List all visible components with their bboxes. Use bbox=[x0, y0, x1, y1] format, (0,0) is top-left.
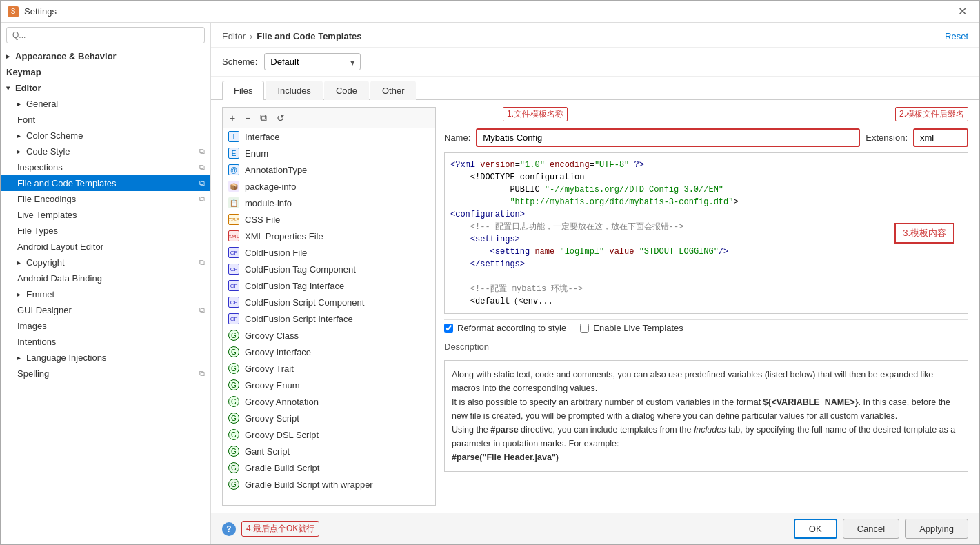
list-item[interactable]: G Gradle Build Script with wrapper bbox=[223, 476, 435, 493]
list-item[interactable]: G Groovy Script bbox=[223, 410, 435, 426]
sidebar-item-inspections[interactable]: Inspections ⧉ bbox=[1, 159, 210, 175]
list-item[interactable]: I Interface bbox=[223, 128, 435, 145]
tab-files[interactable]: Files bbox=[222, 81, 264, 100]
sidebar-item-code-style[interactable]: Code Style ⧉ bbox=[1, 143, 210, 159]
sidebar-item-file-encodings[interactable]: File Encodings ⧉ bbox=[1, 191, 210, 207]
list-item[interactable]: G Groovy Class bbox=[223, 327, 435, 344]
file-type-icon: CSS bbox=[228, 214, 239, 225]
sidebar-item-label: File and Code Templates bbox=[17, 178, 117, 188]
list-item[interactable]: G Groovy Trait bbox=[223, 360, 435, 377]
file-item-label: AnnotationType bbox=[245, 165, 307, 175]
sidebar-item-emmet[interactable]: Emmet bbox=[1, 286, 210, 302]
file-type-icon: CF bbox=[228, 297, 239, 308]
file-item-label: XML Properties File bbox=[245, 231, 323, 241]
live-templates-checkbox[interactable] bbox=[580, 324, 589, 333]
list-item[interactable]: CF ColdFusion File bbox=[223, 244, 435, 261]
list-item[interactable]: G Groovy Annotation bbox=[223, 393, 435, 410]
list-item[interactable]: CF ColdFusion Script Interface bbox=[223, 310, 435, 327]
apply-button[interactable]: Applying bbox=[905, 519, 968, 539]
reset-template-button[interactable]: ↺ bbox=[274, 111, 288, 125]
search-input[interactable] bbox=[6, 27, 205, 43]
settings-window: S Settings ✕ Appearance & Behavior Keyma… bbox=[0, 0, 980, 545]
list-item[interactable]: CF ColdFusion Tag Component bbox=[223, 261, 435, 277]
list-item[interactable]: CSS CSS File bbox=[223, 211, 435, 228]
list-item[interactable]: 📦 package-info bbox=[223, 178, 435, 195]
reformat-checkbox-label[interactable]: Reformat according to style bbox=[444, 323, 566, 333]
sidebar-item-label: File Encodings bbox=[17, 194, 76, 204]
file-list: I Interface E Enum @ AnnotationType 📦 bbox=[223, 128, 435, 505]
scheme-label: Scheme: bbox=[222, 57, 257, 67]
template-extension-input[interactable] bbox=[913, 128, 968, 147]
window-title: Settings bbox=[24, 6, 947, 17]
list-item[interactable]: G Groovy Enum bbox=[223, 377, 435, 393]
scheme-row: Scheme: Default Project bbox=[211, 48, 979, 77]
desc-text-2: It is also possible to specify an arbitr… bbox=[452, 397, 763, 407]
reset-button[interactable]: Reset bbox=[945, 31, 968, 41]
file-type-icon: G bbox=[228, 429, 239, 440]
sidebar-item-images[interactable]: Images bbox=[1, 318, 210, 334]
cancel-button[interactable]: Cancel bbox=[843, 519, 899, 539]
code-editor[interactable]: <?xml version="1.0" encoding="UTF-8" ?> … bbox=[444, 152, 968, 314]
sidebar-item-android-data-binding[interactable]: Android Data Binding bbox=[1, 270, 210, 286]
tab-other[interactable]: Other bbox=[370, 81, 417, 100]
live-templates-checkbox-label[interactable]: Enable Live Templates bbox=[580, 323, 683, 333]
sidebar-item-label: File Types bbox=[17, 226, 58, 236]
sidebar-item-appearance[interactable]: Appearance & Behavior bbox=[1, 48, 210, 64]
list-item[interactable]: XML XML Properties File bbox=[223, 228, 435, 244]
sidebar-item-file-types[interactable]: File Types bbox=[1, 223, 210, 239]
sidebar-item-file-code-templates[interactable]: File and Code Templates ⧉ bbox=[1, 175, 210, 191]
name-label: Name: bbox=[444, 132, 470, 143]
sidebar-item-live-templates[interactable]: Live Templates bbox=[1, 207, 210, 223]
scheme-select[interactable]: Default Project bbox=[264, 53, 361, 70]
help-icon[interactable]: ? bbox=[222, 522, 236, 536]
list-item[interactable]: G Groovy DSL Script bbox=[223, 426, 435, 443]
sidebar-item-label: Appearance & Behavior bbox=[15, 51, 117, 61]
list-item[interactable]: CF ColdFusion Script Component bbox=[223, 294, 435, 310]
scheme-select-wrapper: Default Project bbox=[264, 53, 361, 70]
sidebar-item-label: Images bbox=[17, 321, 47, 331]
sidebar-item-android-layout-editor[interactable]: Android Layout Editor bbox=[1, 239, 210, 255]
sidebar-item-copyright[interactable]: Copyright ⧉ bbox=[1, 255, 210, 270]
file-item-label: Gradle Build Script bbox=[245, 463, 319, 473]
file-type-icon: G bbox=[228, 330, 239, 341]
close-button[interactable]: ✕ bbox=[952, 2, 972, 21]
code-line: </settings> bbox=[450, 258, 962, 270]
list-item[interactable]: @ AnnotationType bbox=[223, 161, 435, 178]
sidebar-item-editor[interactable]: Editor bbox=[1, 80, 210, 96]
list-item[interactable]: CF ColdFusion Tag Interface bbox=[223, 277, 435, 294]
sidebar-item-general[interactable]: General bbox=[1, 96, 210, 112]
sidebar-item-language-injections[interactable]: Language Injections bbox=[1, 350, 210, 366]
list-item[interactable]: G Gant Script bbox=[223, 443, 435, 459]
file-type-icon: CF bbox=[228, 280, 239, 291]
sidebar-item-label: Copyright bbox=[26, 257, 65, 268]
search-container bbox=[1, 23, 210, 48]
sidebar-item-gui-designer[interactable]: GUI Designer ⧉ bbox=[1, 302, 210, 318]
template-name-input[interactable] bbox=[476, 128, 860, 147]
ok-button[interactable]: OK bbox=[794, 519, 837, 539]
code-line: <!DOCTYPE configuration bbox=[450, 171, 962, 184]
tab-includes[interactable]: Includes bbox=[266, 81, 322, 100]
sidebar-item-keymap[interactable]: Keymap bbox=[1, 64, 210, 80]
list-item[interactable]: G Groovy Interface bbox=[223, 344, 435, 360]
list-item[interactable]: 📋 module-info bbox=[223, 195, 435, 211]
sidebar-item-font[interactable]: Font bbox=[1, 112, 210, 128]
copy-icon: ⧉ bbox=[199, 258, 205, 267]
annotation-3: 3.模板内容 bbox=[894, 223, 954, 244]
sidebar-item-intentions[interactable]: Intentions bbox=[1, 334, 210, 350]
file-type-icon: G bbox=[228, 462, 239, 473]
file-type-icon: G bbox=[228, 379, 239, 390]
tab-code[interactable]: Code bbox=[324, 81, 369, 100]
remove-template-button[interactable]: − bbox=[242, 111, 253, 125]
sidebar-item-label: Android Layout Editor bbox=[17, 241, 103, 252]
list-item[interactable]: E Enum bbox=[223, 145, 435, 161]
file-item-label: ColdFusion Tag Component bbox=[245, 264, 356, 275]
add-template-button[interactable]: + bbox=[227, 111, 238, 125]
sidebar-item-spelling[interactable]: Spelling ⧉ bbox=[1, 366, 210, 382]
sidebar-item-color-scheme[interactable]: Color Scheme bbox=[1, 128, 210, 143]
extension-label: Extension: bbox=[866, 132, 908, 143]
copy-template-button[interactable]: ⧉ bbox=[257, 110, 270, 125]
bottom-left: ? 4.最后点个OK就行 bbox=[222, 521, 788, 537]
reformat-checkbox[interactable] bbox=[444, 324, 453, 333]
list-item[interactable]: G Gradle Build Script bbox=[223, 459, 435, 476]
file-item-label: Groovy Class bbox=[245, 330, 299, 341]
